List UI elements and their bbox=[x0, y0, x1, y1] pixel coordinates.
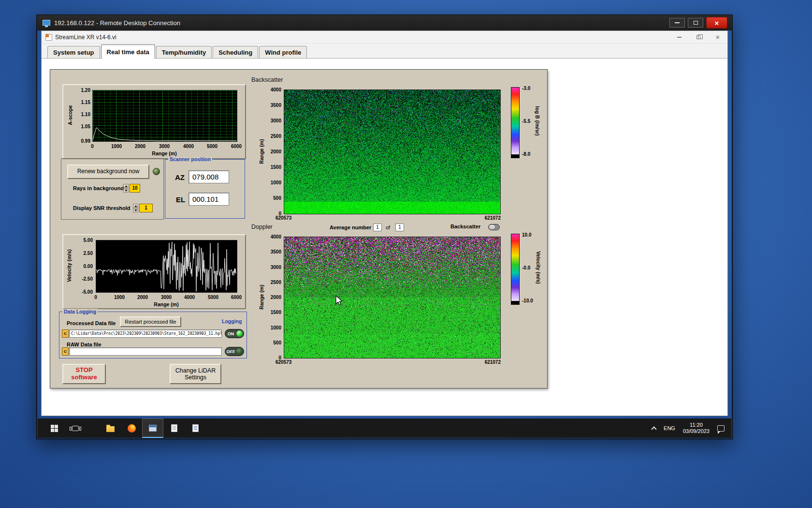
ascope-xlabel: Range (m) bbox=[152, 150, 176, 156]
scan-scheduler-button[interactable] bbox=[163, 418, 185, 438]
text-document-icon bbox=[192, 424, 199, 432]
restore-icon bbox=[696, 35, 700, 39]
backscatter-ytick: 1000 bbox=[265, 180, 281, 185]
minimize-icon bbox=[677, 37, 682, 38]
close-icon: × bbox=[716, 33, 720, 41]
backscatter-ytick: 1500 bbox=[265, 164, 281, 170]
velocity-xlabel: Range (m) bbox=[154, 301, 178, 307]
velocity-xtick: 6000 bbox=[225, 295, 247, 300]
rdp-maximize-button[interactable] bbox=[688, 18, 703, 28]
ascope-xtick: 6000 bbox=[225, 144, 247, 149]
backscatter-ytick: 4000 bbox=[265, 87, 281, 92]
taskbar-date: 03/09/2023 bbox=[683, 428, 710, 434]
spinner-down-icon[interactable] bbox=[123, 188, 129, 193]
backscatter-switch-label: Backscatter bbox=[450, 224, 480, 229]
ascope-xtick: 0 bbox=[81, 144, 103, 149]
doppler-xtick-left: 620573 bbox=[276, 359, 300, 365]
backscatter-colorbar-cap bbox=[511, 155, 520, 158]
streamline-app-button[interactable] bbox=[142, 418, 163, 438]
doppler-ytick: 1500 bbox=[265, 310, 281, 315]
drive-icon[interactable]: C bbox=[62, 347, 69, 356]
rdp-titlebar[interactable]: 192.168.0.122 - Remote Desktop Connectio… bbox=[37, 15, 732, 30]
app-restore-button[interactable] bbox=[689, 31, 708, 44]
task-view-button[interactable] bbox=[65, 418, 86, 438]
minimize-icon bbox=[675, 22, 680, 23]
ascope-graph: A-scope 1.20 1.15 1.10 1.05 0.99 0 1000 … bbox=[62, 84, 246, 159]
spinner-up-icon[interactable] bbox=[133, 204, 138, 208]
tray-expand-chevron-icon[interactable] bbox=[651, 426, 656, 432]
task-view-icon bbox=[72, 426, 79, 431]
remote-desktop-icon bbox=[43, 20, 50, 26]
doppler-heatmap bbox=[284, 237, 501, 359]
file-explorer-icon bbox=[106, 426, 115, 432]
backscatter-display-toggle[interactable] bbox=[488, 224, 500, 230]
snr-value-field[interactable]: 1 bbox=[139, 204, 153, 212]
raw-data-file-label: RAW Data file bbox=[67, 342, 102, 347]
ascope-xtick: 4000 bbox=[177, 144, 200, 149]
rays-value-field[interactable]: 10 bbox=[130, 184, 140, 193]
velocity-ytick: -2.50 bbox=[71, 276, 93, 282]
background-controls-group: Renew background now Rays in background … bbox=[61, 158, 164, 220]
system-tray: ENG 11:20 03/09/2023 bbox=[652, 422, 731, 434]
app-close-button[interactable]: × bbox=[708, 31, 727, 44]
windows-logo-icon bbox=[51, 425, 58, 432]
processed-data-file-path[interactable]: C:\Lidar\Data\Proc\2023\202309\20230903\… bbox=[69, 329, 222, 338]
doppler-heatmap-canvas bbox=[284, 237, 500, 358]
doppler-colorbar-label: Velocity (m/s) bbox=[536, 251, 541, 284]
raw-logging-toggle[interactable]: OFF bbox=[225, 347, 244, 356]
processed-logging-toggle[interactable]: ON bbox=[225, 329, 244, 338]
velocity-xtick: 3000 bbox=[155, 295, 177, 300]
tab-wind-profile[interactable]: Wind profile bbox=[259, 46, 307, 58]
backscatter-title: Backscatter bbox=[251, 76, 283, 83]
tab-scheduling[interactable]: Scheduling bbox=[213, 46, 258, 58]
streamline-app-icon bbox=[149, 425, 157, 432]
drive-icon[interactable]: C bbox=[62, 329, 69, 338]
ascope-xtick: 5000 bbox=[201, 144, 223, 149]
app-titlebar[interactable]: StreamLine XR v14-6.vi × bbox=[42, 31, 727, 44]
of-label: of bbox=[386, 224, 390, 230]
az-label: AZ bbox=[175, 173, 185, 181]
velocity-plot-canvas bbox=[96, 240, 237, 292]
raw-data-file-path[interactable] bbox=[69, 347, 222, 356]
rdp-close-button[interactable]: × bbox=[706, 17, 727, 29]
snr-threshold-label: Display SNR threshold bbox=[73, 205, 130, 211]
tab-system-setup[interactable]: System setup bbox=[47, 46, 100, 58]
tab-temp-humidity[interactable]: Temp/humidity bbox=[156, 46, 212, 58]
tab-real-time-data[interactable]: Real time data bbox=[101, 45, 155, 59]
velocity-ytick: 0.00 bbox=[71, 264, 93, 269]
average-total-field[interactable]: 1 bbox=[395, 224, 404, 231]
maximize-icon bbox=[694, 21, 698, 25]
average-number-field[interactable]: 1 bbox=[373, 224, 382, 231]
doppler-colorbar-tick: -0.0 bbox=[522, 265, 530, 270]
snr-spinner[interactable] bbox=[133, 204, 138, 212]
text-document-button[interactable] bbox=[185, 418, 206, 438]
app-title: StreamLine XR v14-6.vi bbox=[55, 34, 116, 41]
firefox-button[interactable] bbox=[121, 418, 142, 438]
change-lidar-settings-button[interactable]: Change LiDAR Settings bbox=[170, 364, 221, 384]
renew-background-button[interactable]: Renew background now bbox=[67, 164, 149, 179]
restart-processed-file-button[interactable]: Restart processed file bbox=[120, 316, 181, 327]
backscatter-heatmap bbox=[284, 90, 501, 214]
ascope-ytick: 0.99 bbox=[72, 138, 90, 144]
rdp-window: 192.168.0.122 - Remote Desktop Connectio… bbox=[36, 15, 733, 439]
taskbar: ENG 11:20 03/09/2023 bbox=[38, 418, 731, 438]
taskbar-clock[interactable]: 11:20 03/09/2023 bbox=[683, 422, 710, 434]
doppler-ytick: 1000 bbox=[265, 325, 281, 330]
file-explorer-button[interactable] bbox=[100, 418, 121, 438]
ascope-plot bbox=[92, 90, 237, 142]
velocity-ytick: -5.00 bbox=[71, 289, 93, 295]
stop-software-button[interactable]: STOP software bbox=[62, 364, 106, 384]
app-minimize-button[interactable] bbox=[669, 31, 689, 44]
background-led-indicator bbox=[153, 168, 160, 175]
ascope-ytick: 1.20 bbox=[72, 88, 90, 93]
doppler-ytick: 500 bbox=[265, 340, 281, 345]
action-center-icon[interactable] bbox=[717, 425, 725, 432]
rdp-minimize-button[interactable] bbox=[669, 18, 685, 28]
spinner-down-icon[interactable] bbox=[133, 208, 138, 212]
language-indicator[interactable]: ENG bbox=[664, 425, 675, 431]
real-time-data-page: A-scope 1.20 1.15 1.10 1.05 0.99 0 1000 … bbox=[42, 59, 727, 416]
rays-spinner[interactable] bbox=[123, 184, 129, 193]
start-button[interactable] bbox=[44, 418, 65, 438]
app-window: StreamLine XR v14-6.vi × System setup Re… bbox=[41, 30, 728, 416]
spinner-up-icon[interactable] bbox=[123, 184, 129, 188]
